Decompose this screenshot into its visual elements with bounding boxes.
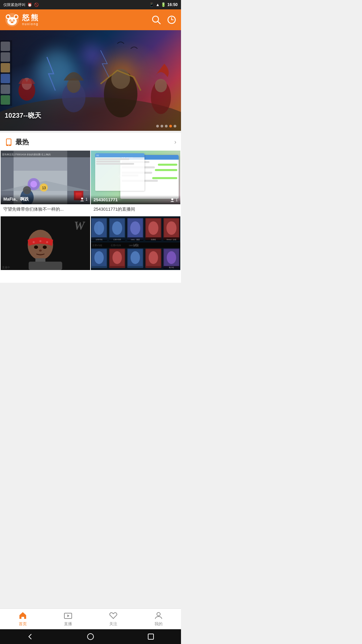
svg-text:Amour！女组: Amour！女组 — [167, 238, 177, 240]
stream-item-1[interactable]: 望先锋交流 279301418 卓欢的朋友圈 石上角的 13 MaFia、啊跌 … — [1, 151, 90, 216]
stream-thumb-4: 古青VS组 石青VS2B carry、频蛋 — [91, 216, 180, 270]
banner-title: 10237--晓天 — [5, 111, 41, 120]
svg-point-46 — [33, 241, 35, 243]
stream-thumb-3: W 直播中 — [1, 216, 90, 270]
svg-point-79 — [167, 221, 177, 235]
alarm-icon: ⏰ — [27, 3, 32, 7]
status-bar-left: 仅限紧急呼叫 ⏰ 🚫 — [3, 2, 39, 7]
dot-2 — [161, 125, 163, 127]
person-art: W 直播中 — [1, 216, 90, 270]
do-not-disturb-icon: 🚫 — [34, 3, 39, 7]
stream-item-3[interactable]: W 直播中 — [1, 216, 90, 282]
stream-item-2[interactable]: ♛ 永 微信消息 — [91, 151, 180, 216]
svg-text:魅力组: 魅力组 — [169, 266, 174, 268]
svg-point-33 — [31, 181, 37, 187]
svg-text:carry,频蛋: carry,频蛋 — [129, 244, 139, 247]
streamer-info-1: MaFia、啊跌 1 — [1, 194, 90, 204]
logo-area: 怒熊 nuxiong — [5, 12, 40, 27]
stream-caption-2: 2543011771的直播间 — [91, 204, 180, 216]
stream-caption-3 — [1, 270, 90, 282]
viewer-icon-2 — [170, 198, 175, 202]
section-title: 最热 — [15, 138, 29, 147]
svg-text:W: W — [74, 219, 86, 232]
bear-logo-icon — [5, 12, 19, 27]
dot-1 — [156, 125, 159, 127]
svg-point-92 — [113, 251, 122, 264]
svg-point-95 — [131, 251, 140, 264]
svg-text:石青VS2B: 石青VS2B — [113, 238, 121, 240]
svg-text:13: 13 — [42, 186, 46, 190]
status-bar-right: 📱 ▲ 🔋 16:50 — [149, 2, 178, 7]
svg-text:古青VS组: 古青VS组 — [96, 238, 103, 240]
history-icon[interactable] — [167, 15, 176, 24]
svg-point-89 — [95, 251, 104, 264]
svg-text:古青VS组: 古青VS组 — [92, 244, 102, 247]
dot-3 — [165, 125, 168, 127]
svg-text:望先锋交流 279301418 卓欢的朋友圈 石上角的: 望先锋交流 279301418 卓欢的朋友圈 石上角的 — [2, 153, 51, 156]
stream-caption-1: 守望先锋带你们体验不一样的... — [1, 204, 90, 216]
logo-pinyin: nuxiong — [22, 22, 40, 26]
header-icons — [152, 15, 176, 24]
svg-point-64 — [112, 221, 122, 235]
battery-icon: 🔋 — [161, 2, 166, 7]
svg-point-4 — [7, 15, 9, 18]
section-title-area: 最热 — [5, 138, 29, 147]
svg-text:直播中: 直播中 — [2, 266, 10, 269]
svg-line-12 — [158, 21, 160, 24]
stream-thumb-2: ♛ 永 微信消息 — [91, 151, 180, 204]
viewer-count-2: 1 — [170, 198, 178, 202]
signal-icon: 📱 — [149, 2, 154, 7]
desktop-icons — [0, 40, 12, 106]
streamer-name-1: MaFia、啊跌 — [3, 196, 29, 202]
svg-rect-26 — [7, 139, 11, 145]
svg-point-42 — [81, 198, 83, 200]
viewer-icon-1 — [80, 197, 84, 202]
section-more-button[interactable]: › — [174, 139, 176, 146]
svg-point-5 — [15, 15, 17, 18]
status-bar: 仅限紧急呼叫 ⏰ 🚫 📱 ▲ 🔋 16:50 — [0, 0, 181, 9]
viewer-count-1: 1 — [80, 197, 87, 202]
wifi-icon: ▲ — [156, 2, 160, 7]
clock-time: 16:50 — [167, 2, 178, 7]
content-grid: 望先锋交流 279301418 卓欢的朋友圈 石上角的 13 MaFia、啊跌 … — [0, 150, 181, 283]
svg-point-8 — [10, 20, 11, 21]
svg-point-59 — [94, 221, 104, 235]
svg-point-98 — [149, 251, 158, 264]
banner-pagination-dots — [156, 125, 176, 127]
streamer-name-2: 2543011771 — [94, 197, 118, 202]
svg-point-49 — [34, 246, 38, 249]
svg-point-43 — [171, 198, 173, 200]
svg-text:先锋组: 先锋组 — [151, 238, 156, 240]
svg-point-27 — [8, 145, 9, 145]
hot-section-header: 最热 › — [0, 133, 181, 150]
svg-point-51 — [39, 250, 42, 252]
svg-point-69 — [130, 221, 140, 235]
svg-point-74 — [148, 221, 159, 235]
svg-point-47 — [40, 240, 42, 242]
svg-text:carry、频蛋: carry、频蛋 — [131, 238, 139, 240]
svg-rect-53 — [29, 262, 62, 270]
phone-icon — [5, 138, 13, 146]
svg-point-9 — [13, 20, 14, 21]
logo-chinese: 怒熊 — [22, 14, 40, 22]
banner[interactable]: 10237--晓天 — [0, 30, 181, 131]
svg-point-101 — [167, 251, 176, 264]
dot-4-active — [169, 125, 172, 127]
dot-5 — [174, 125, 176, 127]
logo-text: 怒熊 nuxiong — [22, 14, 40, 25]
svg-point-48 — [46, 241, 48, 243]
stream-caption-4 — [91, 270, 180, 282]
svg-point-50 — [43, 246, 47, 249]
svg-text:石青VS28: 石青VS28 — [111, 244, 121, 247]
champ-select-art: 古青VS组 石青VS2B carry、频蛋 — [91, 216, 180, 270]
app-header: 怒熊 nuxiong — [0, 9, 181, 30]
svg-point-35 — [23, 186, 31, 194]
search-icon[interactable] — [152, 15, 161, 24]
stream-item-4[interactable]: 古青VS组 石青VS2B carry、频蛋 — [91, 216, 180, 282]
emergency-call-text: 仅限紧急呼叫 — [3, 2, 25, 7]
stream-thumb-1: 望先锋交流 279301418 卓欢的朋友圈 石上角的 13 MaFia、啊跌 … — [1, 151, 90, 204]
streamer-info-2: 2543011771 1 — [91, 195, 180, 204]
